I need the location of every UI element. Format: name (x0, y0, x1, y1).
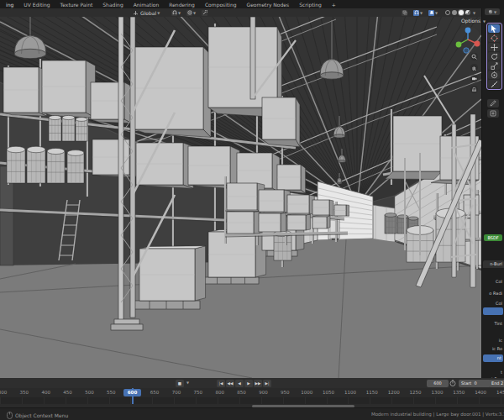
snap-target-icon (171, 10, 177, 16)
shading-rendered[interactable] (465, 10, 470, 15)
bsdf-output-socket: BSDF (484, 234, 502, 241)
orientation-icon (133, 10, 139, 16)
frame-label: 500 (85, 390, 94, 395)
playback-button[interactable]: ▶| (263, 380, 271, 387)
workspace-tab[interactable]: Geometry Nodes (243, 1, 294, 8)
node-socket-label: Col (496, 279, 502, 284)
gizmo-y-axis[interactable] (456, 42, 462, 48)
options-label: Options (461, 18, 480, 24)
tool-annotate[interactable] (487, 99, 499, 108)
snap-target-dropdown[interactable]: ▼ (171, 9, 181, 16)
frame-label: 900 (259, 390, 268, 395)
node-socket-label: Col (496, 301, 502, 306)
frame-label: 350 (20, 390, 29, 395)
status-bar: Object Context Menu Modern industrial bu… (0, 407, 504, 420)
blender-window: { "colors":{"accent":"#4772b3","tool_hig… (0, 0, 504, 420)
frame-label: 1350 (453, 390, 465, 395)
snapping-toggle[interactable]: ▼ (413, 9, 423, 16)
gizmo-neg-axis[interactable] (464, 48, 469, 53)
toolbar-extra (487, 99, 499, 118)
node-socket-label: o Radi (489, 291, 502, 296)
camera-view-icon[interactable] (470, 75, 478, 82)
timeline-track[interactable] (0, 397, 504, 404)
workspace-tab[interactable]: Animation (129, 1, 164, 8)
workspace-tab[interactable]: Rendering (165, 1, 199, 8)
mouse-icon (7, 412, 13, 419)
scene-stats: Modern industrial building | Large bay d… (371, 412, 504, 417)
tool-cursor[interactable] (488, 34, 500, 42)
frame-label: 650 (150, 390, 160, 395)
workspace-tab[interactable]: UV Editing (19, 1, 54, 8)
tool-scale[interactable] (488, 61, 500, 70)
3d-viewport-canvas[interactable] (0, 17, 481, 378)
playback-button[interactable]: ▶ (244, 380, 253, 387)
current-frame-marker[interactable]: 600 (123, 389, 141, 396)
perspective-toggle-icon[interactable] (470, 86, 478, 93)
node-header[interactable]: n-Burl (483, 260, 504, 268)
proportional-editing-dropdown[interactable]: ▼ (186, 9, 196, 16)
frame-label: 550 (107, 390, 116, 395)
workspace-tab[interactable]: Texture Paint (56, 1, 97, 8)
playback-button[interactable]: |◀ (217, 380, 225, 387)
frame-label: 1450 (496, 390, 504, 395)
frame-label: 1150 (366, 390, 378, 395)
shading-material[interactable] (459, 10, 464, 15)
node-socket-label: ic Ro (492, 346, 502, 351)
tool-rotate[interactable] (488, 52, 500, 60)
viewport-nav-buttons (470, 53, 478, 93)
frame-start-field[interactable]: Start 0 (459, 380, 491, 387)
tool-transform[interactable] (488, 71, 500, 79)
xray-toggle[interactable] (402, 9, 407, 16)
frame-label: 1000 (301, 390, 312, 395)
timeline: ■ ▼ |◀◀◀◀▶▶▶▶| 600 Start 0 End 2 3003504… (0, 378, 504, 407)
frame-label: 950 (281, 390, 290, 395)
proportional-edit-icon (186, 10, 192, 16)
node-value-slider[interactable]: nt (483, 354, 503, 362)
frame-label: 450 (63, 390, 72, 395)
frame-label: 750 (194, 390, 203, 395)
zoom-icon[interactable] (470, 53, 478, 60)
playback-button[interactable]: ◀ (235, 380, 244, 387)
frame-label: 850 (237, 390, 246, 395)
frame-label: 300 (0, 390, 7, 395)
topbar: ingUV EditingTexture PaintShadingAnimati… (0, 0, 504, 8)
snap-magnet-icon (413, 10, 419, 16)
node-socket-label: ic (499, 338, 502, 343)
frame-label: 400 (41, 390, 50, 395)
playback-button[interactable]: ▶▶ (254, 380, 262, 387)
overlays-dropdown[interactable]: ▼ (428, 9, 438, 16)
workspace-tab[interactable]: ing (2, 1, 18, 8)
shading-wireframe[interactable] (445, 10, 450, 15)
stop-button[interactable]: ■ (176, 380, 184, 387)
pan-hand-icon[interactable] (470, 64, 478, 71)
tool-add[interactable] (487, 109, 499, 118)
transform-orientation-dropdown[interactable]: Global ▼ (133, 9, 160, 16)
tool-select-box[interactable] (488, 24, 500, 33)
gizmo-x-axis[interactable] (475, 41, 480, 47)
editor-type-dropdown[interactable]: ▼ (485, 8, 500, 15)
workspace-tab[interactable]: + (328, 1, 340, 8)
frame-label: 1400 (475, 390, 486, 395)
node-value-slider[interactable] (483, 307, 503, 315)
overlays-icon (428, 10, 434, 16)
frame-label: 1250 (410, 390, 422, 395)
tool-measure[interactable] (488, 80, 500, 88)
tool-move[interactable] (488, 43, 500, 51)
current-frame-field[interactable]: 600 (427, 380, 449, 387)
node-socket-label: t (501, 370, 502, 375)
wrench-icon[interactable] (202, 9, 207, 16)
navigation-gizmo[interactable] (454, 24, 482, 55)
frame-label: 1050 (323, 390, 334, 395)
frame-end-field[interactable]: End 2 (489, 380, 504, 387)
orientation-label: Global (140, 10, 156, 16)
workspace-tab[interactable]: Compositing (201, 1, 241, 8)
context-hint: Object Context Menu (15, 412, 68, 418)
options-dropdown[interactable]: Options ▼ (461, 18, 486, 24)
frame-label: 800 (215, 390, 224, 395)
playback-button[interactable]: ◀◀ (226, 380, 234, 387)
workspace-tab[interactable]: Scripting (295, 1, 326, 8)
gizmo-z-axis[interactable] (465, 28, 471, 34)
shading-solid[interactable] (452, 10, 457, 15)
frame-label: 700 (172, 390, 181, 395)
workspace-tab[interactable]: Shading (98, 1, 127, 8)
